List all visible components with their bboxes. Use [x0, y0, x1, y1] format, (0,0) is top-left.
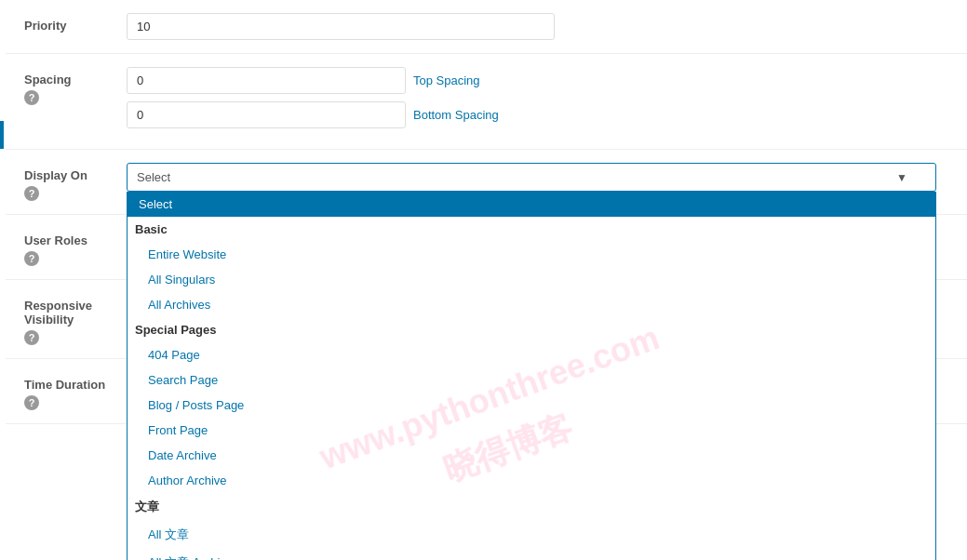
responsive-visibility-label: Responsive Visibility [24, 299, 113, 327]
display-on-select[interactable]: Select ▼ [127, 163, 936, 192]
display-on-select-wrapper: Select ▼ SelectBasicEntire WebsiteAll Si… [127, 163, 936, 192]
dropdown-item[interactable]: 404 Page [128, 342, 935, 367]
bottom-spacing-label: Bottom Spacing [413, 108, 499, 122]
dropdown-group-header: Special Pages [128, 317, 935, 342]
dropdown-group-header: Basic [128, 217, 935, 242]
display-on-label-col: Display On ? [24, 163, 127, 201]
dropdown-item[interactable]: All 文章 [128, 521, 935, 549]
dropdown-item[interactable]: Blog / Posts Page [128, 393, 935, 418]
user-roles-label: User Roles [24, 233, 87, 247]
select-placeholder: Select [137, 170, 170, 184]
top-spacing-row: Top Spacing [127, 67, 948, 94]
priority-control [127, 13, 948, 40]
dropdown-item[interactable]: Entire Website [128, 242, 935, 267]
display-on-label: Display On [24, 168, 87, 182]
spacing-control: Top Spacing Bottom Spacing [127, 67, 948, 136]
dropdown-list: SelectBasicEntire WebsiteAll SingularsAl… [127, 192, 936, 560]
top-spacing-input[interactable] [127, 67, 406, 94]
dropdown-item[interactable]: Date Archive [128, 443, 935, 468]
time-duration-help-icon[interactable]: ? [24, 395, 39, 410]
user-roles-label-col: User Roles ? [24, 228, 127, 266]
chevron-down-icon: ▼ [896, 171, 907, 184]
spacing-help-icon[interactable]: ? [24, 90, 39, 105]
dropdown-item[interactable]: All 文章 Archive [128, 549, 935, 560]
display-on-control: www.pythonthree.com 晓得博客 Select ▼ Select… [127, 163, 948, 192]
priority-row: Priority [6, 0, 967, 54]
time-duration-label: Time Duration [24, 378, 105, 392]
spacing-row: Spacing ? Top Spacing Bottom Spacing [6, 54, 967, 150]
priority-label: Priority [24, 13, 127, 33]
display-on-row: Display On ? www.pythonthree.com 晓得博客 Se… [6, 150, 967, 215]
display-on-help-icon[interactable]: ? [24, 186, 39, 201]
priority-input[interactable] [127, 13, 555, 40]
bottom-spacing-input[interactable] [127, 101, 406, 128]
spacing-label-col: Spacing ? [24, 67, 127, 105]
user-roles-help-icon[interactable]: ? [24, 251, 39, 266]
dropdown-item[interactable]: Author Archive [128, 468, 935, 493]
spacing-label: Spacing [24, 73, 72, 87]
dropdown-item[interactable]: All Singulars [128, 267, 935, 292]
responsive-visibility-help-icon[interactable]: ? [24, 330, 39, 345]
bottom-spacing-row: Bottom Spacing [127, 101, 948, 128]
dropdown-item[interactable]: Front Page [128, 418, 935, 443]
time-duration-label-col: Time Duration ? [24, 372, 127, 410]
dropdown-item[interactable]: All Archives [128, 292, 935, 317]
dropdown-item[interactable]: Select [128, 192, 935, 217]
dropdown-item[interactable]: Search Page [128, 367, 935, 393]
top-spacing-label: Top Spacing [413, 73, 480, 87]
dropdown-group-header: 文章 [128, 493, 935, 521]
responsive-visibility-label-col: Responsive Visibility ? [24, 293, 127, 345]
